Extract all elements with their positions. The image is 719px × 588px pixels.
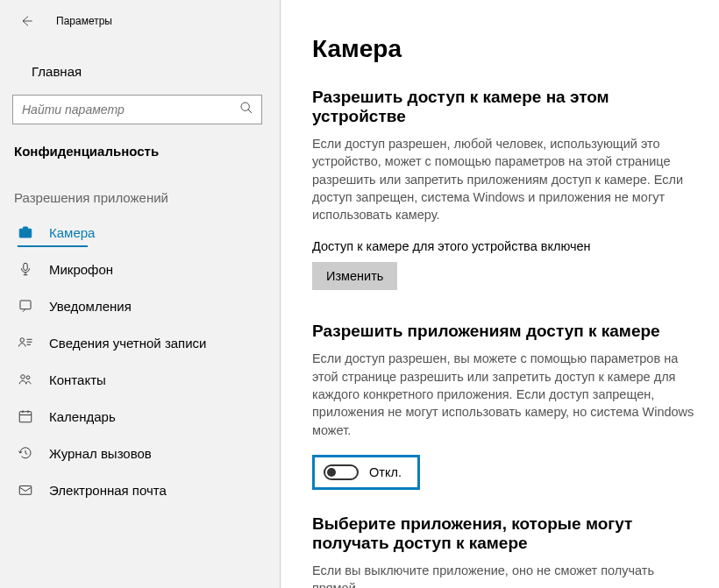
- home-link[interactable]: Главная: [0, 54, 280, 88]
- section2-heading: Разрешить приложениям доступ к камере: [312, 322, 698, 341]
- sidebar-item-label: Микрофон: [49, 262, 113, 277]
- sidebar-item-call-history[interactable]: Журнал вызовов: [0, 435, 280, 471]
- sidebar-item-label: Электронная почта: [49, 483, 167, 498]
- svg-rect-9: [19, 486, 32, 495]
- microphone-icon: [18, 261, 33, 277]
- calendar-icon: [18, 408, 33, 424]
- section3-desc: Если вы выключите приложение, оно не смо…: [312, 562, 698, 588]
- sidebar-item-email[interactable]: Электронная почта: [0, 471, 280, 508]
- account-icon: [18, 335, 33, 351]
- section1-heading: Разрешить доступ к камере на этом устрой…: [312, 88, 698, 126]
- svg-point-5: [20, 338, 25, 343]
- toggle-label: Откл.: [369, 465, 402, 479]
- category-title: Конфиденциальность: [0, 124, 280, 167]
- sidebar-item-camera[interactable]: Камера: [0, 214, 280, 251]
- search-input[interactable]: [12, 95, 262, 124]
- section-heading: Разрешения приложений: [0, 167, 280, 214]
- sidebar-item-contacts[interactable]: Контакты: [0, 361, 280, 398]
- sidebar-item-label: Журнал вызовов: [49, 446, 152, 461]
- email-icon: [18, 482, 33, 498]
- sidebar-item-label: Уведомления: [49, 299, 132, 314]
- change-button[interactable]: Изменить: [312, 262, 397, 290]
- svg-point-7: [26, 376, 30, 379]
- svg-point-0: [241, 103, 249, 110]
- back-button[interactable]: [16, 11, 37, 32]
- apps-camera-toggle[interactable]: Откл.: [312, 455, 420, 490]
- sidebar-item-label: Контакты: [49, 372, 106, 387]
- svg-rect-8: [19, 412, 32, 422]
- sidebar-item-calendar[interactable]: Календарь: [0, 398, 280, 435]
- sidebar-item-label: Сведения учетной записи: [49, 336, 207, 351]
- section1-desc: Если доступ разрешен, любой человек, исп…: [312, 135, 698, 223]
- home-label: Главная: [32, 64, 82, 79]
- svg-rect-4: [20, 301, 31, 309]
- contacts-icon: [18, 372, 33, 387]
- search-icon: [239, 101, 253, 118]
- sidebar-item-label: Камера: [49, 225, 95, 240]
- sidebar-item-microphone[interactable]: Микрофон: [0, 251, 280, 287]
- section3-heading: Выберите приложения, которые могут получ…: [312, 514, 698, 553]
- back-arrow-icon: [19, 14, 33, 28]
- sidebar-item-label: Календарь: [49, 409, 116, 424]
- svg-rect-3: [24, 263, 28, 270]
- toggle-switch-icon: [324, 464, 359, 480]
- svg-point-2: [23, 230, 28, 236]
- window-title: Параметры: [56, 15, 112, 27]
- history-icon: [18, 445, 33, 461]
- sidebar-item-account-info[interactable]: Сведения учетной записи: [0, 324, 280, 361]
- svg-point-6: [21, 375, 25, 379]
- notifications-icon: [18, 298, 33, 314]
- camera-access-status: Доступ к камере для этого устройства вкл…: [312, 239, 698, 253]
- section2-desc: Если доступ разрешен, вы можете с помощь…: [312, 350, 698, 438]
- sidebar-item-notifications[interactable]: Уведомления: [0, 287, 280, 324]
- camera-icon: [18, 224, 33, 240]
- page-title: Камера: [312, 35, 698, 63]
